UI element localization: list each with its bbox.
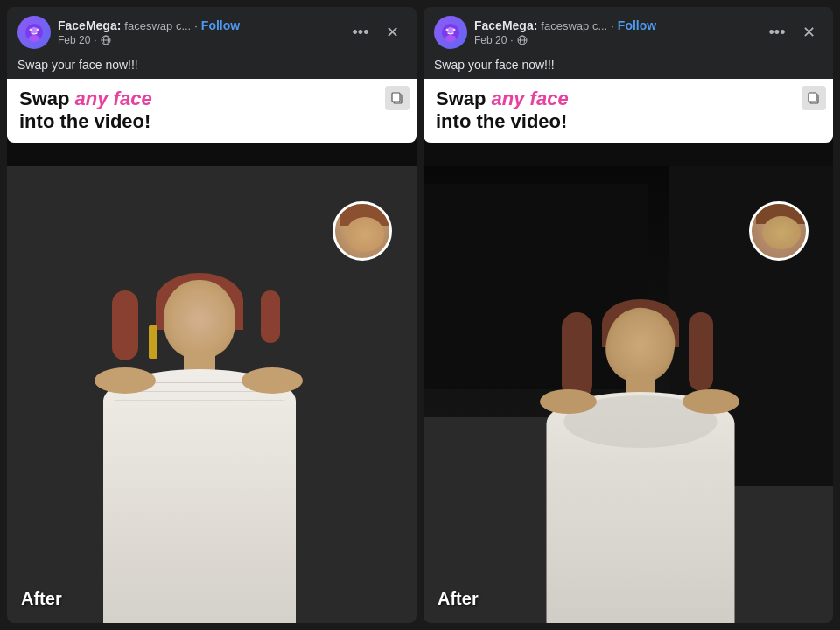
right-post-caption: Swap your face now!!! bbox=[424, 54, 833, 79]
right-avatar bbox=[434, 16, 467, 49]
right-header-actions: ••• ✕ bbox=[763, 18, 822, 46]
left-promo-banner: Swap any face into the video! bbox=[7, 79, 416, 143]
right-separator: · bbox=[510, 34, 513, 46]
right-page-subtitle: faceswap c... bbox=[541, 19, 607, 32]
left-header-info: FaceMega: faceswap c... · Follow Feb 20 … bbox=[58, 18, 340, 46]
left-promo-highlight: any face bbox=[75, 88, 152, 109]
svg-point-12 bbox=[445, 35, 456, 42]
left-dot: · bbox=[194, 19, 198, 32]
left-post-media: Swap any face into the video! bbox=[7, 79, 416, 623]
right-promo-line2: into the video! bbox=[436, 110, 821, 133]
left-page-subtitle: faceswap c... bbox=[124, 19, 191, 32]
right-page-name: FaceMega: bbox=[474, 18, 537, 32]
left-after-label: After bbox=[21, 589, 62, 609]
right-post-media: Swap any face into the video! bbox=[424, 79, 833, 623]
left-header-meta: Feb 20 · bbox=[58, 34, 340, 46]
right-close-button[interactable]: ✕ bbox=[794, 18, 822, 46]
right-follow-button[interactable]: Follow bbox=[618, 18, 656, 32]
right-promo-banner: Swap any face into the video! bbox=[424, 79, 833, 143]
right-promo-highlight: any face bbox=[492, 88, 569, 109]
left-close-button[interactable]: ✕ bbox=[378, 18, 406, 46]
left-promo-plain: Swap bbox=[19, 88, 75, 109]
right-face-circle bbox=[749, 201, 808, 261]
right-promo-line1: Swap any face bbox=[436, 88, 821, 110]
left-globe-icon bbox=[101, 35, 111, 46]
left-page-name: FaceMega: bbox=[58, 18, 121, 32]
svg-point-3 bbox=[30, 29, 32, 32]
svg-rect-9 bbox=[392, 93, 400, 102]
left-separator: · bbox=[94, 34, 96, 46]
right-dot: · bbox=[611, 19, 614, 32]
right-header-meta: Feb 20 · bbox=[474, 34, 756, 46]
left-post-header: FaceMega: faceswap c... · Follow Feb 20 … bbox=[7, 7, 416, 54]
left-date: Feb 20 bbox=[58, 34, 90, 46]
left-follow-button[interactable]: Follow bbox=[201, 18, 240, 32]
left-avatar bbox=[18, 16, 51, 49]
right-post: FaceMega: faceswap c... · Follow Feb 20 … bbox=[424, 7, 833, 623]
left-post: FaceMega: faceswap c... · Follow Feb 20 … bbox=[7, 7, 416, 623]
right-header-info: FaceMega: faceswap c... · Follow Feb 20 … bbox=[474, 18, 756, 46]
left-header-actions: ••• ✕ bbox=[346, 18, 406, 46]
right-globe-icon bbox=[517, 35, 528, 46]
left-video-frame bbox=[7, 166, 416, 623]
svg-point-13 bbox=[446, 29, 449, 32]
left-more-button[interactable]: ••• bbox=[346, 18, 374, 46]
right-copy-icon[interactable] bbox=[802, 86, 826, 110]
svg-point-14 bbox=[453, 29, 456, 32]
left-copy-icon[interactable] bbox=[385, 86, 410, 110]
right-video-frame bbox=[424, 166, 833, 623]
svg-point-4 bbox=[37, 29, 39, 32]
right-post-header: FaceMega: faceswap c... · Follow Feb 20 … bbox=[424, 7, 833, 54]
right-more-button[interactable]: ••• bbox=[763, 18, 791, 46]
svg-point-2 bbox=[29, 35, 39, 42]
right-promo-plain: Swap bbox=[436, 88, 492, 109]
left-post-caption: Swap your face now!!! bbox=[7, 54, 416, 79]
right-after-label: After bbox=[438, 589, 479, 609]
left-face-circle bbox=[332, 201, 392, 261]
left-promo-line1: Swap any face bbox=[19, 88, 404, 110]
svg-rect-19 bbox=[808, 93, 816, 102]
left-promo-line2: into the video! bbox=[19, 110, 404, 133]
right-date: Feb 20 bbox=[474, 34, 507, 46]
